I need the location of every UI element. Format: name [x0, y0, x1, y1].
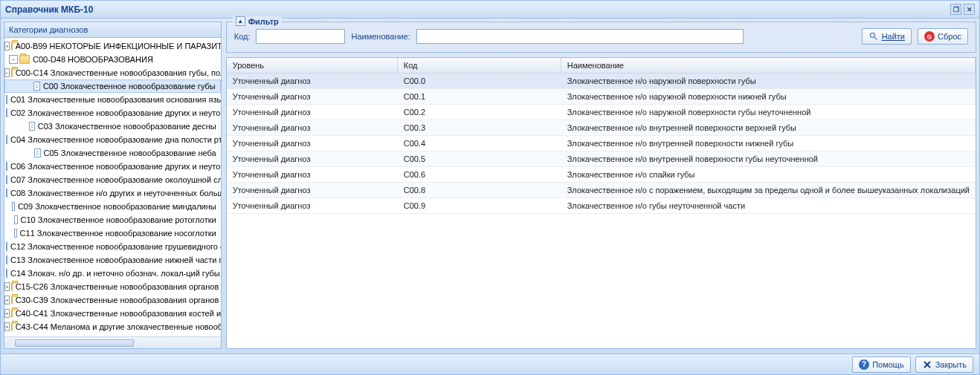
folder-icon [11, 68, 13, 77]
tree-node-label: C40-C41 Злокачественные новообразования … [16, 309, 221, 318]
help-button[interactable]: ? Помощь [852, 356, 911, 373]
tree-leaf[interactable]: C08 Злокачественное н/о других и неуточн… [4, 186, 221, 200]
table-row[interactable]: Уточненный диагнозC00.5Злокачественное н… [227, 151, 976, 167]
collapse-icon[interactable]: − [4, 68, 10, 77]
filter-name-label: Наименование: [351, 32, 410, 41]
table-row[interactable]: Уточненный диагнозC00.2Злокачественное н… [227, 105, 976, 120]
help-icon: ? [859, 359, 869, 370]
column-code[interactable]: Код [398, 58, 561, 73]
categories-tree-scroll[interactable]: +A00-B99 НЕКОТОРЫЕ ИНФЕКЦИОННЫЕ И ПАРАЗИ… [4, 38, 221, 336]
tree-node-label: C05 Злокачественное новообразование неба [44, 149, 216, 157]
table-row[interactable]: Уточненный диагнозC00.9Злокачественное н… [227, 198, 976, 214]
tree-leaf[interactable]: C00 Злокачественное новообразование губы [4, 79, 221, 93]
cell-code: C00.4 [398, 136, 561, 151]
cell-name: Злокачественное н/о внутренней поверхнос… [561, 151, 976, 166]
no-toggle-icon [11, 215, 13, 224]
tree-folder[interactable]: −C00-D48 НОВООБРАЗОВАНИЯ [4, 53, 221, 66]
tree-node-label: C14 Злокач. н/о др. и неточно обознач. л… [10, 269, 221, 278]
cell-level: Уточненный диагноз [227, 74, 398, 88]
tree-leaf[interactable]: C14 Злокач. н/о др. и неточно обознач. л… [4, 267, 221, 280]
filter-name-input[interactable] [416, 29, 744, 44]
tree-folder[interactable]: +C30-C39 Злокачественные новообразования… [4, 293, 221, 307]
tree-node-label: C00-C14 Злокачественные новообразования … [16, 68, 221, 77]
restore-icon[interactable]: ❐ [950, 4, 961, 15]
grid-body[interactable]: Уточненный диагнозC00.0Злокачественное н… [227, 74, 976, 348]
expand-icon[interactable]: + [4, 296, 10, 304]
cell-level: Уточненный диагноз [227, 105, 398, 120]
tree-leaf[interactable]: C05 Злокачественное новообразование неба [4, 146, 221, 160]
cell-name: Злокачественное н/о губы неуточненной ча… [561, 198, 976, 213]
tree-folder[interactable]: +A00-B99 НЕКОТОРЫЕ ИНФЕКЦИОННЫЕ И ПАРАЗИ… [4, 39, 221, 53]
close-button[interactable]: Закрыть [915, 356, 973, 373]
document-icon [6, 135, 7, 144]
table-row[interactable]: Уточненный диагнозC00.6Злокачественное н… [227, 167, 976, 183]
document-icon [6, 269, 7, 278]
tree-leaf[interactable]: C01 Злокачественные новообразования осно… [4, 93, 221, 106]
tree-leaf[interactable]: C11 Злокачественное новообразование носо… [4, 226, 221, 240]
tree-leaf[interactable]: C07 Злокачественное новообразование окол… [4, 173, 221, 186]
table-row[interactable]: Уточненный диагнозC00.1Злокачественное н… [227, 89, 976, 105]
tree-folder[interactable]: +C40-C41 Злокачественные новообразования… [4, 307, 221, 320]
expand-icon[interactable]: + [4, 322, 10, 331]
tree-leaf[interactable]: C06 Злокачественное новообразование друг… [4, 160, 221, 173]
window-title: Справочник МКБ-10 [5, 4, 93, 15]
document-icon [6, 175, 7, 184]
cell-code: C00.2 [398, 105, 561, 120]
expand-icon[interactable]: + [4, 309, 10, 318]
cell-level: Уточненный диагноз [227, 89, 398, 104]
cell-name: Злокачественное н/о наружной поверхности… [561, 89, 976, 104]
tree-leaf[interactable]: C03 Злокачественное новообразование десн… [4, 120, 221, 133]
tree-leaf[interactable]: C10 Злокачественное новообразование рото… [4, 213, 221, 226]
cell-level: Уточненный диагноз [227, 198, 398, 213]
tree-node-label: C00-D48 НОВООБРАЗОВАНИЯ [33, 55, 153, 64]
document-icon [33, 82, 40, 91]
document-icon [14, 229, 17, 238]
document-icon [6, 189, 7, 198]
no-toggle-icon [26, 149, 32, 157]
reset-button[interactable]: ⦸ Сброс [918, 28, 968, 45]
cell-code: C00.1 [398, 89, 561, 104]
tree-node-label: C12 Злокачественное новообразование груш… [10, 242, 221, 251]
column-name[interactable]: Наименование [561, 58, 976, 73]
collapse-icon[interactable]: − [9, 55, 18, 64]
tree-folder[interactable]: +C43-C44 Меланома и другие злокачественн… [4, 320, 221, 333]
filter-legend: Фильтр [248, 17, 279, 26]
filter-code-input[interactable] [256, 29, 345, 44]
find-button[interactable]: Найти [862, 28, 912, 45]
column-level[interactable]: Уровень [227, 58, 398, 73]
tree-leaf[interactable]: C04 Злокачественное новообразование дна … [4, 133, 221, 146]
categories-panel: Категории диагнозов +A00-B99 НЕКОТОРЫЕ И… [4, 22, 222, 349]
table-row[interactable]: Уточненный диагнозC00.8Злокачественное н… [227, 183, 976, 198]
expand-icon[interactable]: + [4, 42, 10, 50]
cell-level: Уточненный диагноз [227, 120, 398, 135]
document-icon [6, 255, 7, 264]
expand-icon[interactable]: + [4, 282, 10, 291]
tree-folder[interactable]: −C00-C14 Злокачественные новообразования… [4, 66, 221, 79]
tree-leaf[interactable]: C09 Злокачественное новообразование минд… [4, 200, 221, 213]
cell-level: Уточненный диагноз [227, 136, 398, 151]
categories-panel-title: Категории диагнозов [4, 22, 221, 38]
tree-leaf[interactable]: C13 Злокачественное новообразование нижн… [4, 253, 221, 267]
diagnosis-grid: Уровень Код Наименование Уточненный диаг… [226, 57, 976, 349]
tree-horizontal-scrollbar[interactable] [4, 336, 221, 348]
document-icon [12, 202, 15, 211]
tree-node-label: C13 Злокачественное новообразование нижн… [10, 255, 221, 264]
folder-icon [11, 296, 13, 304]
chevron-up-icon[interactable]: ▲ [236, 16, 245, 26]
document-icon [6, 95, 7, 104]
tree-leaf[interactable]: C02 Злокачественное новообразование друг… [4, 106, 221, 120]
search-icon [868, 31, 879, 42]
tree-node-label: C10 Злокачественное новообразование рото… [21, 215, 216, 224]
tree-leaf[interactable]: C12 Злокачественное новообразование груш… [4, 240, 221, 253]
close-icon[interactable]: ✕ [964, 4, 975, 15]
tree-node-label: C00 Злокачественное новообразование губы [43, 82, 216, 91]
cell-name: Злокачественное н/о спайки губы [561, 167, 976, 182]
tree-node-label: C02 Злокачественное новообразование друг… [10, 108, 221, 117]
tree-node-label: C06 Злокачественное новообразование друг… [10, 162, 221, 171]
table-row[interactable]: Уточненный диагнозC00.4Злокачественное н… [227, 136, 976, 151]
tree-folder[interactable]: +C15-C26 Злокачественные новообразования… [4, 280, 221, 293]
table-row[interactable]: Уточненный диагнозC00.3Злокачественное н… [227, 120, 976, 136]
no-toggle-icon [9, 202, 10, 211]
table-row[interactable]: Уточненный диагнозC00.0Злокачественное н… [227, 74, 976, 89]
cell-code: C00.5 [398, 151, 561, 166]
